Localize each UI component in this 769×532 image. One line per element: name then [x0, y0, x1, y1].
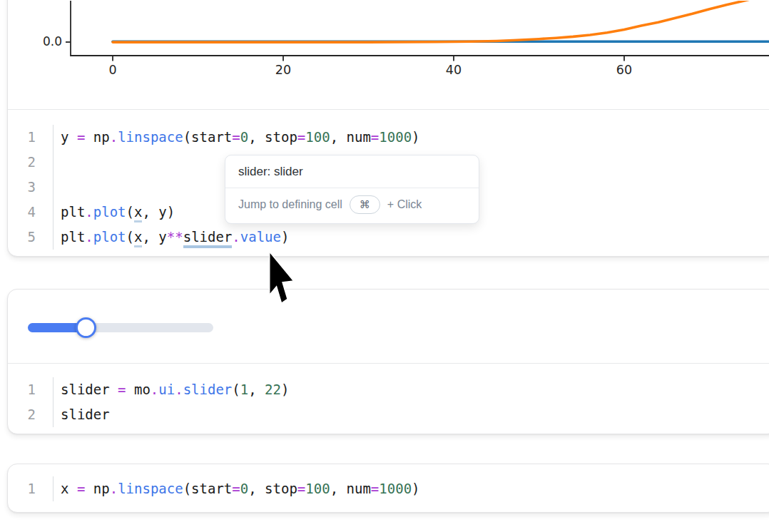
code-line[interactable]: slider = mo.ui.slider(1, 22): [61, 377, 289, 402]
code-token: ,: [142, 204, 158, 220]
code-token: 0: [240, 129, 248, 145]
code-token: .: [232, 229, 240, 245]
line-number: 2: [8, 402, 36, 427]
code-token: (: [126, 229, 134, 245]
line-number-gutter: 12: [8, 377, 54, 427]
code-token: (: [126, 204, 134, 220]
line-number-gutter: 12345: [8, 125, 54, 250]
slider-widget[interactable]: [28, 317, 213, 339]
code-lines[interactable]: x = np.linspace(start=0, stop=100, num=1…: [54, 476, 420, 501]
code-token: .: [151, 382, 158, 397]
code-token: slider: [183, 382, 233, 397]
line-number: 5: [8, 225, 36, 250]
x-tick-label: 0: [108, 63, 116, 77]
tooltip-shortcut-suffix: + Click: [387, 198, 422, 211]
slider-thumb[interactable]: [76, 317, 96, 338]
code-token: =: [232, 481, 240, 496]
code-editor-x[interactable]: 1x = np.linspace(start=0, stop=100, num=…: [8, 464, 769, 513]
code-token: .: [175, 382, 183, 397]
code-token: num: [347, 481, 371, 496]
code-token: ,: [330, 129, 347, 145]
tooltip-action-label: Jump to defining cell: [238, 198, 342, 211]
code-token: .: [85, 204, 93, 220]
tooltip-title: slider: slider: [225, 155, 479, 188]
code-token: linspace: [118, 129, 183, 145]
code-token: =: [77, 129, 85, 145]
code-token: ui: [158, 382, 175, 397]
code-line[interactable]: y = np.linspace(start=0, stop=100, num=1…: [61, 125, 420, 150]
code-token: 1000: [379, 481, 412, 496]
series-line-orange: [113, 1, 760, 42]
code-token[interactable]: x: [134, 229, 142, 247]
code-token: x: [61, 481, 77, 496]
x-tick-label: 40: [446, 63, 462, 77]
code-token: **: [167, 229, 183, 245]
code-token: .: [110, 481, 118, 496]
code-token: 0: [240, 481, 248, 496]
axis-spines: [71, 1, 769, 56]
code-line[interactable]: x = np.linspace(start=0, stop=100, num=1…: [61, 476, 420, 501]
code-token: =: [232, 129, 240, 145]
code-token: (: [183, 481, 191, 496]
notebook-cell-slider: 12slider = mo.ui.slider(1, 22)slider: [7, 289, 769, 434]
line-number: 4: [8, 200, 36, 225]
hovered-variable-reference[interactable]: slider: [183, 229, 233, 248]
code-lines[interactable]: slider = mo.ui.slider(1, 22)slider: [54, 377, 289, 427]
code-token: (: [183, 129, 191, 145]
code-token: stop: [265, 129, 297, 145]
code-token: slider: [61, 406, 110, 422]
code-line[interactable]: slider: [61, 402, 289, 427]
code-line[interactable]: plt.plot(x, y**slider.value): [61, 225, 420, 250]
code-token: ,: [248, 382, 265, 397]
code-token: 100: [305, 481, 330, 496]
code-token: 1000: [379, 129, 412, 145]
code-token: ): [167, 204, 175, 220]
code-token: plt: [61, 204, 85, 220]
code-token: 100: [305, 129, 330, 145]
code-token: stop: [265, 481, 297, 496]
code-token: mo: [126, 382, 151, 397]
code-token: =: [297, 129, 305, 145]
code-token: ): [412, 129, 419, 145]
code-token[interactable]: x: [134, 204, 142, 222]
code-token: (: [232, 382, 240, 397]
code-token: ,: [248, 129, 265, 145]
line-number: 1: [8, 476, 36, 501]
x-tick-label: 20: [275, 63, 291, 77]
variable-tooltip: slider: slider Jump to defining cell ⌘ +…: [225, 155, 479, 224]
code-token: start: [191, 129, 232, 145]
code-token: np: [85, 129, 109, 145]
mouse-cursor-icon: [267, 250, 300, 310]
x-tick-label: 60: [616, 63, 632, 77]
code-token: y: [158, 204, 166, 220]
code-token: =: [77, 481, 85, 496]
line-number: 1: [8, 125, 36, 150]
code-token: slider: [61, 382, 118, 397]
code-editor-slider[interactable]: 12slider = mo.ui.slider(1, 22)slider: [8, 364, 769, 434]
code-token: plot: [93, 204, 126, 220]
code-token: start: [191, 481, 232, 496]
cmd-key-icon: ⌘: [350, 195, 380, 214]
y-tick-label: 0.0: [43, 34, 62, 48]
code-token: linspace: [118, 481, 183, 496]
notebook-cell-x: 1x = np.linspace(start=0, stop=100, num=…: [7, 464, 769, 513]
line-number: 2: [8, 150, 36, 175]
code-token: ): [281, 229, 289, 245]
code-token: .: [85, 229, 93, 245]
code-token: =: [371, 481, 379, 496]
line-number: 3: [8, 175, 36, 200]
code-token: ,: [248, 481, 265, 496]
code-token: 1: [240, 382, 248, 397]
code-token: .: [110, 129, 118, 145]
slider-cell-output: [8, 290, 769, 363]
plot-cell-output: 0.00204060: [8, 0, 769, 109]
code-token: ): [412, 481, 419, 496]
code-token: y: [61, 129, 77, 145]
code-token: =: [297, 481, 305, 496]
matplotlib-chart: 0.00204060: [8, 1, 769, 108]
code-token: ,: [142, 229, 158, 245]
code-token: num: [347, 129, 371, 145]
code-token: plt: [61, 229, 85, 245]
code-token: plot: [93, 229, 126, 245]
code-token: =: [371, 129, 379, 145]
